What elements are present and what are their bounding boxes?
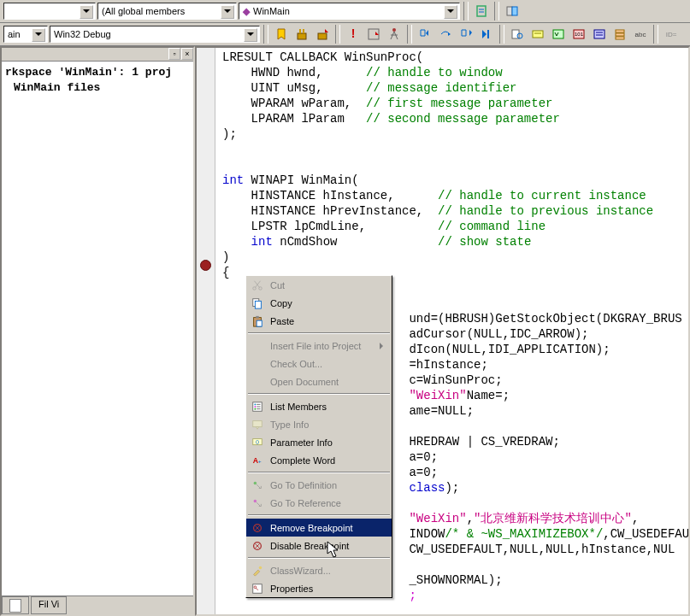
svg-rect-23 (616, 30, 624, 32)
menu-separator (248, 514, 390, 516)
svg-point-40 (255, 408, 257, 409)
menu-item-label: Copy (270, 298, 292, 308)
svg-rect-44 (253, 420, 262, 426)
step-over-button[interactable] (436, 25, 455, 44)
breakpoint-toggle-button[interactable] (385, 25, 404, 44)
svg-rect-8 (318, 33, 327, 39)
svg-text:!: ! (351, 27, 356, 40)
memory-button[interactable] (590, 25, 609, 44)
step-into-button[interactable] (416, 25, 434, 44)
menu-item-paste[interactable]: Paste (246, 312, 392, 330)
blank-icon (250, 357, 265, 371)
menu-separator (248, 557, 390, 559)
menu-item-label: Paste (270, 316, 294, 326)
menu-item-label: Parameter Info (270, 437, 333, 448)
svg-rect-24 (616, 33, 624, 36)
svg-rect-54 (253, 584, 262, 593)
toggle-bookmark-button[interactable] (472, 2, 491, 21)
menu-item-label: Insert File into Project (270, 341, 361, 351)
build-button[interactable] (292, 25, 311, 44)
close-pane-button[interactable]: × (181, 48, 193, 60)
menu-item-complete-word[interactable]: A+Complete Word (246, 451, 392, 469)
dock-button[interactable]: ▫ (168, 48, 180, 60)
complete-word-icon: A+ (250, 454, 265, 467)
diamond-icon: ◆ (243, 6, 250, 17)
callstack-button[interactable] (610, 25, 629, 44)
registers-button[interactable]: 101 (569, 25, 588, 44)
menu-item-label: Open Document (270, 377, 339, 387)
menu-item-remove-breakpoint[interactable]: Remove Breakpoint (246, 519, 392, 537)
svg-point-53 (259, 566, 262, 569)
disassembly-button[interactable]: abc (631, 25, 650, 44)
members-combo-value: (All global members (102, 6, 185, 16)
menu-item-label: Check Out... (270, 359, 322, 369)
menu-separator (248, 332, 390, 334)
function-combo[interactable]: ◆ WinMain (239, 3, 460, 20)
run-to-cursor-button[interactable] (477, 25, 496, 44)
menu-item-label: Remove Breakpoint (270, 523, 353, 533)
svg-text:+: + (258, 457, 262, 463)
svg-line-30 (255, 280, 260, 287)
toolbar-row-2: ain Win32 Debug ! 101 abc ID= (0, 23, 690, 46)
breakpoint-icon (250, 539, 265, 553)
menu-item-classwizard: ClassWizard... (246, 561, 392, 579)
toolbar-row-1: (All global members ◆ WinMain (0, 0, 690, 23)
execute-button[interactable] (364, 25, 383, 44)
menu-item-label: Properties (270, 584, 313, 594)
menu-item-disable-breakpoint[interactable]: Disable Breakpoint (246, 537, 392, 554)
members-combo[interactable]: (All global members (97, 3, 237, 20)
class-combo[interactable] (3, 3, 96, 20)
project-node[interactable]: WinMain files (5, 80, 190, 96)
menu-item-go-to-definition: Go To Definition (246, 476, 392, 494)
svg-point-39 (255, 406, 257, 408)
copy-icon (250, 296, 265, 310)
menu-item-parameter-info[interactable]: ()Parameter Info (246, 433, 392, 451)
id-button[interactable]: ID= (662, 25, 681, 44)
find-in-files-button[interactable] (508, 25, 527, 44)
blank-icon (250, 339, 265, 353)
wizard-bar-button[interactable] (503, 2, 522, 21)
menu-item-label: Go To Reference (270, 498, 341, 508)
menu-item-label: Complete Word (270, 455, 335, 466)
menu-item-label: Go To Definition (270, 480, 337, 490)
workspace-node[interactable]: rkspace 'WinMain': 1 proj (5, 65, 190, 80)
goto-ref-icon (250, 496, 265, 510)
menu-item-go-to-reference: Go To Reference (246, 494, 392, 512)
gutter[interactable] (197, 48, 215, 614)
watch-button[interactable] (528, 25, 547, 44)
config-combo-1-value: ain (8, 29, 21, 39)
menu-item-label: Type Info (270, 419, 309, 430)
svg-rect-4 (512, 7, 517, 15)
type-info-icon (250, 418, 265, 431)
svg-rect-36 (257, 320, 262, 326)
menu-item-open-document: Open Document (246, 373, 392, 390)
compile-button[interactable] (272, 25, 291, 44)
svg-rect-35 (256, 315, 259, 318)
menu-item-list-members[interactable]: List Members (246, 397, 392, 415)
fileview-tab[interactable]: Fil Vi (31, 596, 67, 614)
svg-rect-15 (533, 31, 543, 38)
menu-item-check-out: Check Out... (246, 355, 392, 373)
parameter-info-icon: () (250, 436, 265, 449)
menu-item-cut: Cut (246, 276, 392, 294)
config-combo-1[interactable]: ain (3, 26, 48, 43)
context-menu: CutCopyPasteInsert File into ProjectChec… (245, 275, 392, 598)
stop-build-button[interactable] (313, 25, 332, 44)
config-combo-2[interactable]: Win32 Debug (50, 26, 260, 43)
menu-item-copy[interactable]: Copy (246, 294, 392, 312)
list-members-icon (250, 400, 265, 414)
go-button[interactable]: ! (344, 25, 363, 44)
svg-point-49 (254, 481, 257, 484)
svg-rect-20 (594, 30, 604, 38)
menu-item-properties[interactable]: Properties (246, 579, 392, 597)
classview-tab[interactable] (2, 596, 29, 614)
workspace-tree[interactable]: rkspace 'WinMain': 1 proj WinMain files (2, 62, 193, 99)
svg-rect-25 (616, 37, 624, 39)
variables-button[interactable] (549, 25, 568, 44)
svg-rect-0 (477, 6, 486, 16)
paste-icon (250, 314, 265, 328)
breakpoint-marker[interactable] (200, 260, 211, 271)
step-out-button[interactable] (457, 25, 475, 44)
wizard-icon (250, 564, 265, 578)
blank-icon (250, 375, 265, 389)
